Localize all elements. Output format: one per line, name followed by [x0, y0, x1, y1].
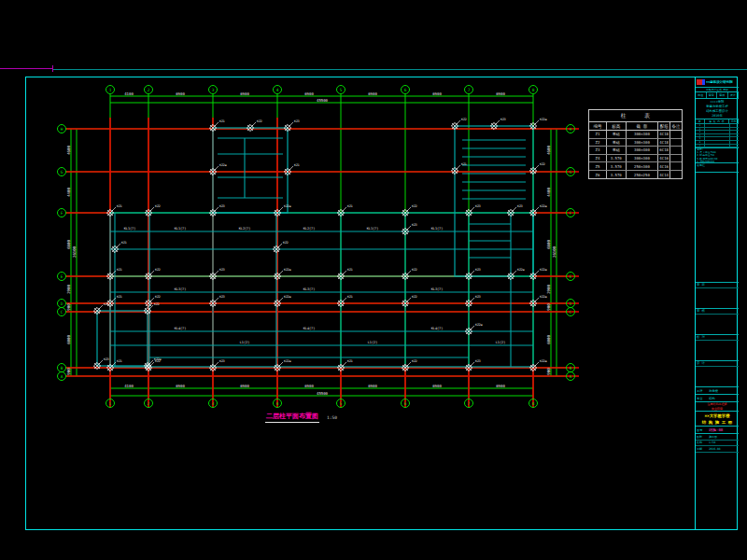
grid-bubble-row-label: E	[570, 274, 572, 279]
column-marker-label: KZ3	[475, 268, 481, 272]
schedule-header-row-cell: 标高	[607, 122, 627, 130]
column-marker-label: KZ2a	[540, 204, 547, 208]
grid-bubble-row-label: G	[61, 170, 63, 175]
column-marker: KZ3	[209, 359, 224, 371]
caption-underline	[265, 422, 319, 424]
column-marker-label: KZ2	[154, 302, 160, 306]
revision-row-num: 3	[696, 131, 705, 133]
schedule-data-row-cell: 3.570	[607, 171, 627, 179]
schedule-data-row-cell: 4C18	[658, 139, 670, 147]
drawing-number-value: 结施-08	[709, 427, 739, 432]
column-marker: KZ2a	[529, 118, 546, 130]
building-outline	[213, 128, 288, 213]
dimension-text: 4400	[546, 188, 551, 197]
column-marker: KZ2	[402, 359, 416, 371]
revision-header-cell: 版	[696, 119, 705, 123]
revision-row-date	[730, 128, 739, 131]
schedule-header-row-cell: 截 面	[627, 122, 659, 130]
column-marker: KZ2a	[529, 295, 546, 307]
column-marker: KZ3	[465, 268, 480, 280]
column-marker: KZ1	[337, 295, 352, 307]
cad-viewport[interactable]: 1122334455667788HHGGFFEEDDCCBBAA41006900…	[0, 0, 747, 560]
column-marker: KZ3	[209, 295, 224, 307]
schedule-data-row-cell: 3.570	[607, 162, 627, 170]
beam-label: L1(2)	[496, 341, 506, 344]
beam-label: KL1(7)	[367, 227, 379, 231]
revision-header-cell: 修 改 内 容	[705, 119, 730, 123]
revision-row-num: 1	[696, 124, 705, 127]
grid-bubble-col-label: 4	[276, 401, 279, 406]
drawing-title: 二层柱平面布置图	[263, 412, 321, 421]
schedule-data-row-cell: 250×250	[627, 171, 659, 179]
column-marker-label: KZ2	[540, 162, 545, 166]
dimension-text: 4400	[66, 188, 71, 197]
meta-field-row: 日期2016.08	[696, 446, 739, 453]
column-marker-label: KZ1	[347, 359, 353, 363]
dimension-text: 45500	[317, 391, 329, 396]
column-marker: KZ2	[402, 295, 416, 307]
schedule-header-row-cell: 配筋	[658, 122, 670, 130]
column-marker-label: KZ2	[461, 118, 467, 121]
revision-row-num: 7	[696, 145, 705, 147]
dimension-text: 6000	[66, 335, 71, 344]
approval-cell: 审定	[707, 92, 718, 98]
meta-field-value: 1:50	[709, 441, 739, 444]
schedule-data-row-cell: Z1	[589, 131, 607, 138]
column-marker-label: KZ1	[121, 241, 127, 245]
grid-bubble-row-label: C	[61, 310, 63, 315]
field-value: 结构	[709, 397, 739, 400]
titleblock-logo-row: ××建筑设计研究院	[696, 77, 739, 88]
beam-label: KL4(7)	[431, 327, 444, 330]
schedule-data-row-cell: 3.570	[607, 155, 627, 162]
schedule-data-row-cell	[670, 155, 682, 162]
revision-row-date	[730, 131, 739, 133]
revision-row-content	[705, 124, 730, 127]
dimension-text: 4100	[124, 91, 134, 96]
title-block: ××建筑设计研究院工程设计证书 甲级批准审定审核设计××××学院新建教学楼工程结…	[695, 77, 739, 530]
column-marker-label: KZ2	[155, 295, 161, 299]
meta-field-label: 日期	[696, 447, 709, 451]
column-marker: KZ2	[402, 268, 416, 280]
column-marker-label: KZ2a	[154, 357, 162, 361]
revision-row: 7	[696, 145, 739, 148]
dimension-text: 6900	[240, 91, 249, 96]
dimension-text: 2900	[66, 285, 71, 294]
dimension-text: 45500	[317, 98, 329, 103]
column-marker-label: KZ1	[347, 268, 353, 272]
schedule-data-row: Z1基础300×3004C18	[589, 131, 682, 139]
dimension-text: 26500	[72, 245, 77, 258]
column-marker-label: KZ2a	[219, 163, 227, 167]
grid-bubble-col-label: 5	[340, 88, 343, 92]
signature-box	[696, 315, 739, 335]
dimension-text: 6900	[176, 91, 185, 96]
grid-bubble-col-label: 1	[109, 88, 112, 92]
schedule-header-row-cell: 编号	[589, 122, 607, 130]
dimension-text: 6900	[240, 384, 249, 388]
registration-stamp: 注册结构工程师执业印章	[696, 402, 739, 412]
schedule-data-row-cell: 300×300	[627, 155, 659, 162]
grid-bubble-col-label: 6	[404, 401, 407, 406]
column-marker-label: KZ2a	[284, 359, 291, 363]
drawing-caption: 二层柱平面布置图 1:50	[250, 412, 372, 427]
revision-row-num: 2	[696, 128, 705, 131]
approval-cell: 审核	[717, 92, 728, 98]
column-marker-label: KZ2a	[475, 323, 483, 327]
column-marker-label: KZ2a	[540, 359, 547, 363]
revision-row-num: 5	[696, 137, 705, 140]
signature-box	[696, 341, 739, 361]
column-marker: KZ3	[490, 118, 505, 130]
company-name: ××建筑设计研究院	[706, 80, 733, 84]
revision-row-content	[705, 137, 730, 140]
schedule-data-row-cell: 250×300	[627, 162, 659, 170]
beam-label: KL4(7)	[175, 327, 187, 330]
column-marker: KZ3	[209, 268, 224, 280]
column-marker: KZ1	[337, 359, 352, 371]
dimension-text: 6900	[432, 91, 442, 96]
column-marker: KZ3	[465, 359, 480, 371]
column-marker-label: KZ2a	[284, 268, 291, 272]
grid-bubble-col-label: 5	[340, 401, 343, 406]
meta-field-value: 2016.08	[709, 447, 739, 451]
column-marker-label: KZ2a	[284, 295, 291, 299]
schedule-data-row-cell: 基础	[607, 139, 627, 147]
column-marker-label: KZ1	[347, 204, 353, 208]
